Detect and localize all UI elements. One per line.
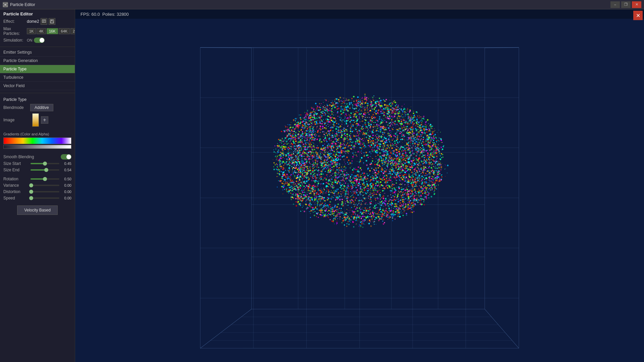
image-row: Image +: [3, 113, 71, 127]
close-viewport-button[interactable]: ✕: [633, 11, 643, 20]
image-label: Image: [3, 118, 30, 122]
spacer-1: [0, 174, 75, 177]
particle-type-settings: Particle Type Blendmode Additive Image +: [0, 95, 75, 129]
title-bar: Particle Editor − ❐ ✕: [0, 0, 644, 9]
gradient-section: Gradients (Color and Alpha): [0, 129, 75, 154]
size-start-track[interactable]: [31, 163, 59, 164]
size-4k[interactable]: 4K: [37, 28, 46, 34]
svg-point-0: [4, 4, 6, 6]
particle-canvas[interactable]: [75, 9, 644, 362]
smooth-blending-thumb: [66, 155, 71, 159]
particle-size-buttons: 1K 4K 16K 64K 256K 1M: [27, 28, 75, 34]
minimize-button[interactable]: −: [610, 1, 620, 8]
fps-bar: FPS: 60.0 Polies: 32800: [75, 9, 644, 19]
effect-label: Effect:: [3, 19, 27, 24]
variance-value: 0.00: [61, 183, 71, 187]
distortion-thumb[interactable]: [29, 190, 33, 194]
size-end-fill: [31, 169, 46, 171]
svg-rect-7: [51, 20, 53, 21]
distortion-row: Distortion 0.00: [0, 189, 75, 194]
svg-point-1: [3, 3, 4, 4]
smooth-blending-toggle[interactable]: [61, 154, 71, 160]
svg-point-4: [7, 5, 8, 6]
save-effect-button[interactable]: [49, 18, 55, 25]
blendmode-row: Blendmode Additive: [3, 104, 71, 111]
smooth-blending-label: Smooth Blending: [3, 155, 61, 159]
size-end-track[interactable]: [31, 169, 59, 171]
svg-point-3: [3, 5, 4, 6]
size-start-label: Size Start: [3, 161, 29, 166]
size-end-thumb[interactable]: [44, 168, 48, 172]
window-controls: − ❐ ✕: [610, 1, 641, 8]
close-window-button[interactable]: ✕: [632, 1, 641, 8]
blendmode-label: Blendmode: [3, 105, 30, 110]
simulation-on-label: ON: [27, 38, 33, 42]
size-16k[interactable]: 16K: [47, 28, 58, 34]
alpha-gradient-bar[interactable]: [3, 145, 71, 149]
size-256k[interactable]: 256K: [70, 28, 75, 34]
speed-thumb[interactable]: [29, 196, 33, 200]
max-particles-label: Max Particles:: [3, 26, 27, 36]
main-layout: Particle Editor Effect: dome2 Max Partic…: [0, 9, 644, 362]
color-gradient-bar[interactable]: [3, 137, 71, 144]
rotation-label: Rotation: [3, 177, 29, 181]
toggle-thumb: [40, 38, 44, 43]
velocity-based-button[interactable]: Velocity Based: [17, 205, 58, 215]
rotation-row: Rotation 0.50: [0, 177, 75, 181]
add-image-button[interactable]: +: [41, 116, 48, 124]
smooth-blending-track[interactable]: [61, 154, 71, 160]
variance-label: Variance: [3, 183, 29, 188]
size-start-thumb[interactable]: [43, 162, 47, 166]
size-start-value: 0.45: [61, 162, 71, 166]
load-effect-button[interactable]: [41, 18, 47, 25]
simulation-toggle[interactable]: ON: [27, 38, 45, 43]
panel-title: Particle Editor: [3, 11, 33, 16]
svg-rect-8: [51, 21, 53, 23]
rotation-track[interactable]: [31, 178, 59, 180]
distortion-value: 0.00: [61, 190, 71, 194]
viewport: FPS: 60.0 Polies: 32800 ✕: [75, 9, 644, 362]
polies-counter: Polies: 32800: [102, 12, 129, 17]
variance-track[interactable]: [31, 185, 59, 186]
size-end-value: 0.54: [61, 168, 71, 172]
distortion-label: Distortion: [3, 189, 29, 194]
maximize-button[interactable]: ❐: [621, 1, 631, 8]
speed-label: Speed: [3, 196, 29, 200]
size-end-row: Size End 0.54: [0, 168, 75, 172]
sidebar-item-emitter[interactable]: Emitter Settings: [0, 48, 75, 57]
rotation-thumb[interactable]: [43, 177, 47, 181]
size-1k[interactable]: 1K: [27, 28, 36, 34]
toggle-track[interactable]: [34, 38, 45, 43]
variance-row: Variance 0.00: [0, 183, 75, 188]
divider-1: [0, 93, 75, 93]
speed-row: Speed 0.00: [0, 196, 75, 200]
left-panel: Particle Editor Effect: dome2 Max Partic…: [0, 9, 75, 362]
sidebar-item-turbulence[interactable]: Turbulence: [0, 73, 75, 82]
smooth-blending-row: Smooth Blending: [0, 154, 75, 160]
particle-image-thumb[interactable]: [32, 113, 39, 127]
size-start-row: Size Start 0.45: [0, 161, 75, 166]
nav-section: Emitter Settings Particle Generation Par…: [0, 47, 75, 92]
top-controls: Particle Editor Effect: dome2 Max Partic…: [0, 9, 75, 47]
app-icon: [3, 2, 8, 7]
svg-point-2: [7, 3, 8, 4]
size-64k[interactable]: 64K: [59, 28, 70, 34]
speed-value: 0.00: [61, 196, 71, 200]
simulation-label: Simulation:: [3, 38, 27, 43]
rotation-value: 0.50: [61, 177, 71, 181]
distortion-track[interactable]: [31, 191, 59, 192]
effect-name: dome2: [27, 19, 39, 24]
gradient-label: Gradients (Color and Alpha): [3, 132, 71, 136]
size-end-label: Size End: [3, 168, 29, 172]
window-title: Particle Editor: [10, 2, 610, 7]
particle-type-label: Particle Type: [3, 97, 71, 102]
sidebar-item-vectorfield[interactable]: Vector Field: [0, 82, 75, 90]
variance-thumb[interactable]: [29, 183, 33, 187]
blendmode-button[interactable]: Additive: [30, 104, 53, 111]
fps-counter: FPS: 60.0: [80, 12, 100, 17]
speed-track[interactable]: [31, 197, 59, 199]
sidebar-item-generation[interactable]: Particle Generation: [0, 57, 75, 65]
sidebar-item-type[interactable]: Particle Type: [0, 65, 75, 73]
